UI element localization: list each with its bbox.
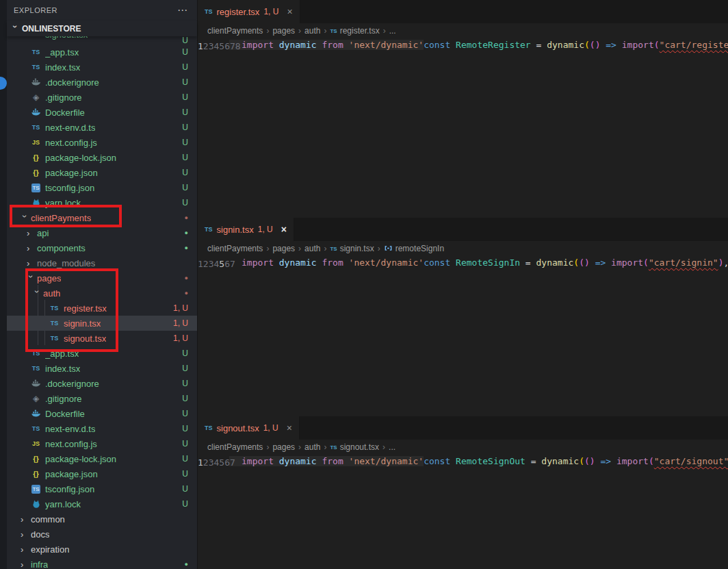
breadcrumb-item[interactable]: pages — [272, 442, 295, 452]
breadcrumb-item[interactable]: auth — [304, 26, 320, 36]
file-label: clientPayments — [31, 213, 91, 223]
tree-file-index.tsx[interactable]: TSindex.tsxU — [7, 60, 197, 75]
breadcrumb-item[interactable]: auth — [304, 442, 320, 452]
file-label: docs — [31, 529, 49, 540]
code-editor[interactable]: 1234567import dynamic from 'next/dynamic… — [198, 456, 728, 466]
tree-file-.dockerignore[interactable]: .dockerignoreU — [7, 75, 197, 90]
file-label: Dockerfile — [45, 409, 85, 419]
code-editor[interactable]: 1234567import dynamic from 'next/dynamic… — [198, 257, 728, 268]
chevron-right-icon: › — [21, 559, 29, 569]
tree-file-next-env.d.ts[interactable]: TSnext-env.d.tsU — [7, 120, 197, 135]
tree-file-yarn.lock[interactable]: yarn.lockU — [7, 496, 197, 511]
close-icon[interactable]: × — [287, 422, 292, 433]
tab-bar: TSsignout.tsx1, U× — [198, 416, 728, 440]
breadcrumb-item[interactable]: clientPayments — [207, 442, 263, 452]
git-status-badge: U — [182, 123, 188, 132]
tree-file-yarn.lock[interactable]: yarn.lockU — [7, 195, 197, 210]
more-actions-icon[interactable]: ⋯ — [174, 4, 190, 16]
tree-file-next.config.js[interactable]: JSnext.config.jsU — [7, 436, 197, 451]
tree-file-next-env.d.ts[interactable]: TSnext-env.d.tsU — [7, 421, 197, 436]
file-label: yarn.lock — [45, 198, 81, 208]
tree-folder-expiration[interactable]: ›expiration — [7, 542, 197, 557]
git-status-badge: U — [182, 153, 188, 162]
tree-file-.gitignore[interactable]: ◈.gitignoreU — [7, 90, 197, 105]
tab-title: signin.tsx — [217, 225, 254, 235]
tree-file-_app.tsx[interactable]: TS_app.tsxU — [7, 45, 197, 60]
editor-group-register.tsx: TSregister.tsx1, U×clientPayments›pages›… — [198, 0, 728, 218]
file-label: expiration — [31, 544, 69, 555]
file-label: common — [31, 514, 65, 524]
docker-file-icon — [30, 409, 42, 418]
tab-signout.tsx[interactable]: TSsignout.tsx1, U× — [198, 416, 300, 440]
tree-file-signin.tsx[interactable]: TSsignin.tsx1, U — [7, 316, 197, 331]
breadcrumb-item[interactable]: clientPayments — [207, 244, 263, 253]
breadcrumb-separator-icon: › — [266, 244, 269, 253]
chevron-right-icon: › — [27, 258, 35, 268]
breadcrumb-separator-icon: › — [324, 26, 326, 36]
tree-folder-node_modules[interactable]: ›node_modules — [7, 255, 197, 270]
workspace-root[interactable]: › ONLINESTORE — [7, 21, 197, 36]
ts-file-icon: TS — [30, 49, 42, 55]
code-lines: import dynamic from 'next/dynamic'const … — [242, 40, 728, 50]
breadcrumb-item[interactable]: auth — [304, 244, 320, 253]
code-editor[interactable]: 12345678import dynamic from 'next/dynami… — [198, 40, 728, 50]
git-status-badge: U — [182, 36, 188, 45]
dockergray-file-icon — [30, 77, 42, 87]
tree-file-signout.tsx[interactable]: TSsignout.tsx1, U — [7, 331, 197, 346]
breadcrumb-item[interactable]: TSsignin.tsx — [330, 244, 374, 253]
tree-file-package.json[interactable]: {}package.jsonU — [7, 466, 197, 481]
git-status-badge: 1, U — [173, 303, 188, 313]
tree-folder-infra[interactable]: ›infra● — [7, 557, 197, 569]
close-icon[interactable]: × — [281, 224, 287, 235]
git-status-badge: U — [182, 484, 188, 494]
tree-file-Dockerfile[interactable]: DockerfileU — [7, 105, 197, 120]
git-status-badge: U — [182, 454, 188, 464]
code-lines: import dynamic from 'next/dynamic'const … — [242, 257, 728, 268]
tree-file-_app.tsx[interactable]: TS_app.tsxU — [7, 346, 197, 361]
tree-folder-docs[interactable]: ›docs — [7, 527, 197, 542]
breadcrumb-separator-icon: › — [324, 244, 326, 253]
file-label: infra — [31, 559, 48, 569]
tree-file-package-lock.json[interactable]: {}package-lock.jsonU — [7, 451, 197, 466]
tree-file-register.tsx[interactable]: TSregister.tsx1, U — [7, 301, 197, 316]
tree-file-tsconfig.json[interactable]: TStsconfig.jsonU — [7, 481, 197, 496]
tree-file-next.config.js[interactable]: JSnext.config.jsU — [7, 135, 197, 150]
tree-file-signout.tsx[interactable]: TSsignout.tsxU — [7, 36, 197, 45]
tree-file-package-lock.json[interactable]: {}package-lock.jsonU — [7, 150, 197, 165]
file-label: package-lock.json — [45, 454, 116, 464]
tree-folder-api[interactable]: ›api● — [7, 225, 197, 240]
breadcrumb-item[interactable]: remoteSignIn — [384, 244, 444, 254]
tree-folder-pages[interactable]: ›pages● — [7, 270, 197, 286]
tree-file-tsconfig.json[interactable]: TStsconfig.jsonU — [7, 180, 197, 195]
file-label: register.tsx — [64, 303, 107, 314]
tree-file-.gitignore[interactable]: ◈.gitignoreU — [7, 391, 197, 406]
tree-file-.dockerignore[interactable]: .dockerignoreU — [7, 376, 197, 391]
tab-title: register.tsx — [217, 7, 260, 17]
tree-folder-common[interactable]: ›common — [7, 511, 197, 527]
close-icon[interactable]: × — [287, 6, 292, 17]
tab-bar: TSregister.tsx1, U× — [198, 0, 728, 23]
breadcrumb-item[interactable]: pages — [272, 26, 295, 36]
braces-file-icon: {} — [30, 470, 42, 478]
breadcrumb-item[interactable]: clientPayments — [207, 26, 263, 36]
tree-folder-components[interactable]: ›components● — [7, 240, 197, 255]
line-number-gutter: 1234567 — [198, 456, 229, 469]
editor-group-signin.tsx: TSsignin.tsx1, U×clientPayments›pages›au… — [198, 218, 728, 416]
tree-file-Dockerfile[interactable]: DockerfileU — [7, 406, 197, 421]
tree-file-package.json[interactable]: {}package.jsonU — [7, 165, 197, 180]
breadcrumb-item[interactable]: ... — [389, 26, 396, 36]
file-label: node_modules — [37, 258, 95, 268]
tree-folder-clientPayments[interactable]: ›clientPayments● — [7, 210, 197, 225]
breadcrumb-item[interactable]: TSregister.tsx — [330, 26, 379, 36]
tree-file-index.tsx[interactable]: TSindex.tsxU — [7, 361, 197, 376]
tab-bar: TSsignin.tsx1, U× — [198, 218, 728, 241]
ts-file-icon: TS — [330, 246, 337, 252]
tree-folder-auth[interactable]: ›auth● — [7, 286, 197, 301]
breadcrumb-separator-icon: › — [298, 26, 301, 36]
breadcrumb-item[interactable]: ... — [389, 442, 395, 452]
breadcrumb-item[interactable]: pages — [272, 244, 295, 253]
tab-signin.tsx[interactable]: TSsignin.tsx1, U× — [198, 218, 294, 241]
file-label: signin.tsx — [64, 318, 101, 329]
breadcrumb-item[interactable]: TSsignout.tsx — [330, 442, 379, 452]
tab-register.tsx[interactable]: TSregister.tsx1, U× — [198, 0, 300, 23]
